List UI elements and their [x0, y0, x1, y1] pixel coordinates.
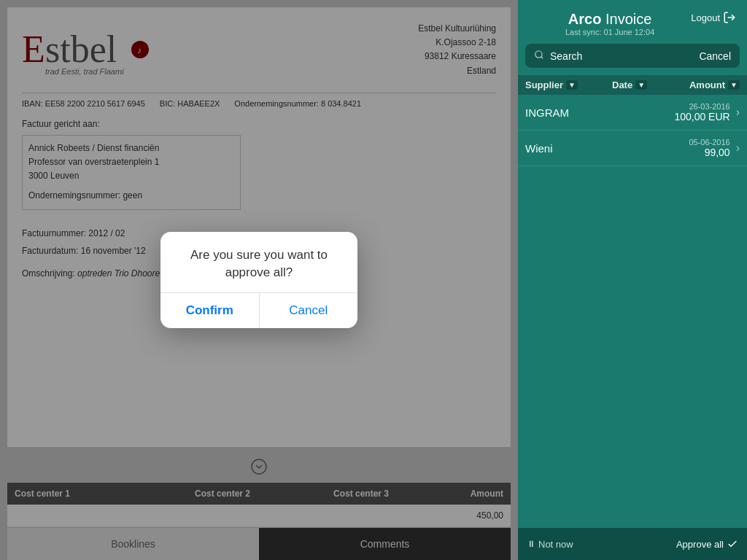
invoice-item-details: 05-06-2016 99,00: [689, 138, 729, 158]
confirm-button[interactable]: Confirm: [160, 293, 260, 328]
pause-icon: ⏸: [527, 539, 535, 549]
invoice-item-supplier: Wieni: [525, 142, 689, 155]
svg-point-6: [535, 51, 542, 58]
amount-sort-icon[interactable]: ▼: [728, 80, 740, 90]
invoice-item-details: 26-03-2016 100,00 EUR: [674, 102, 729, 122]
modal-message: Are you sure you want to approve all?: [160, 232, 357, 293]
search-cancel-button[interactable]: Cancel: [699, 50, 731, 62]
supplier-sort-icon[interactable]: ▼: [566, 80, 578, 90]
invoice-list: INGRAM 26-03-2016 100,00 EUR › Wieni 05-…: [518, 95, 747, 528]
list-column-headers: Supplier ▼ Date ▼ Amount ▼: [518, 75, 747, 95]
list-item[interactable]: Wieni 05-06-2016 99,00 ›: [518, 131, 747, 166]
app-title-text: Arco Invoice: [529, 11, 691, 28]
logout-button[interactable]: Logout: [691, 11, 736, 24]
date-header[interactable]: Date ▼: [612, 79, 678, 90]
not-now-button[interactable]: ⏸ Not now: [527, 539, 573, 550]
search-input[interactable]: Search: [550, 50, 693, 62]
date-sort-icon[interactable]: ▼: [635, 80, 647, 90]
chevron-right-icon: ›: [736, 106, 740, 119]
app-subtitle: Last sync: 01 June 12:04: [529, 28, 691, 36]
search-icon: [534, 50, 544, 62]
modal-buttons: Confirm Cancel: [160, 292, 357, 328]
right-panel: Arco Invoice Last sync: 01 June 12:04 Lo…: [518, 0, 747, 560]
invoice-item-supplier: INGRAM: [525, 106, 674, 119]
modal-overlay: Are you sure you want to approve all? Co…: [0, 0, 518, 560]
approve-all-button[interactable]: Approve all: [676, 538, 738, 550]
modal-cancel-button[interactable]: Cancel: [260, 293, 358, 328]
bottom-action-bar: ⏸ Not now Approve all: [518, 528, 747, 560]
amount-header[interactable]: Amount ▼: [678, 79, 740, 90]
supplier-header[interactable]: Supplier ▼: [525, 79, 612, 90]
chevron-right-icon: ›: [736, 141, 740, 155]
list-item[interactable]: INGRAM 26-03-2016 100,00 EUR ›: [518, 95, 747, 131]
svg-line-7: [541, 57, 543, 59]
right-header: Arco Invoice Last sync: 01 June 12:04 Lo…: [518, 0, 747, 44]
invoice-panel: E stbel ♪ trad Eesti, trad Flaami Estbel…: [0, 0, 518, 560]
search-bar: Search Cancel: [525, 44, 740, 68]
app-title: Arco Invoice Last sync: 01 June 12:04: [529, 11, 691, 36]
confirm-dialog: Are you sure you want to approve all? Co…: [160, 232, 357, 329]
